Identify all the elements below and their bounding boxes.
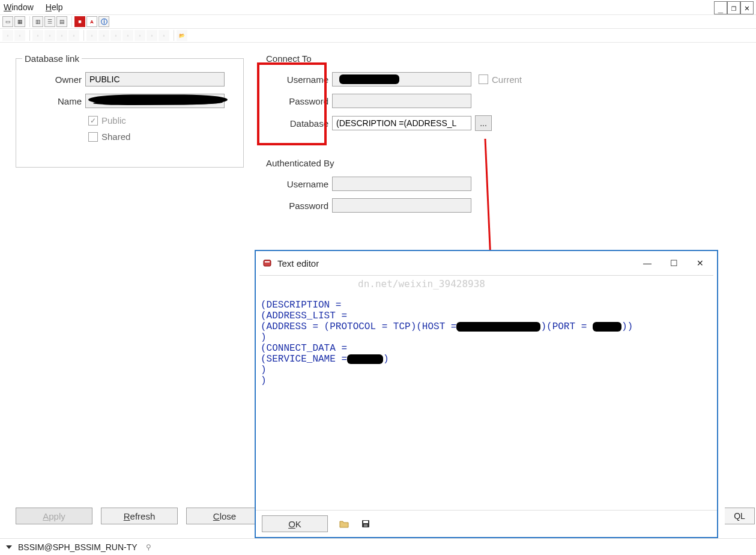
current-checkbox[interactable]	[479, 74, 488, 84]
connect-password-input[interactable]	[332, 94, 471, 108]
toolbar-icon[interactable]: ▫	[32, 30, 43, 41]
dropdown-arrow-icon[interactable]	[6, 545, 12, 549]
public-label: Public	[101, 115, 126, 126]
menu-help[interactable]: Help	[46, 2, 63, 12]
connect-username-label: Username	[264, 74, 332, 85]
svg-rect-2	[265, 261, 270, 262]
connect-to-group: Connect To Username Current Password Dat…	[257, 53, 552, 150]
current-label: Current	[492, 74, 522, 85]
svg-rect-4	[363, 521, 368, 523]
dialog-ok-button[interactable]: OK	[262, 515, 328, 532]
auth-password-input[interactable]	[332, 198, 471, 213]
connect-database-input[interactable]	[332, 116, 471, 130]
name-label: Name	[22, 96, 85, 106]
database-link-group: Database link Owner Name ✓ Public Shared	[16, 53, 244, 168]
owner-input[interactable]	[85, 72, 225, 86]
authenticated-by-group: Authenticated By Username Password	[257, 158, 552, 230]
toolbar-icon[interactable]: ☰	[44, 16, 55, 27]
dialog-close-button[interactable]: ✕	[689, 256, 711, 270]
apply-button[interactable]: Apply	[16, 508, 92, 524]
database-link-legend: Database link	[22, 53, 82, 64]
toolbar-icon[interactable]: ▤	[56, 16, 67, 27]
toolbar-icon[interactable]: ▫	[44, 30, 55, 41]
connect-password-label: Password	[264, 96, 332, 106]
oracle-icon[interactable]: ■	[74, 16, 85, 27]
toolbar-icon[interactable]: ▦	[14, 16, 25, 27]
auth-username-input[interactable]	[332, 177, 471, 191]
toolbar-icon[interactable]: ▫	[147, 30, 157, 41]
open-file-icon[interactable]	[339, 518, 349, 529]
window-close-button[interactable]: ✕	[740, 1, 754, 14]
dialog-title: Text editor	[277, 258, 632, 268]
window-minimize-button[interactable]: _	[714, 1, 727, 14]
dialog-maximize-button[interactable]: ☐	[663, 256, 685, 270]
authenticated-by-legend: Authenticated By	[264, 158, 336, 168]
owner-label: Owner	[22, 74, 85, 85]
text-editor-icon	[262, 258, 273, 268]
dialog-title-bar: Text editor — ☐ ✕	[256, 251, 717, 275]
toolbar-icon[interactable]: ▫	[135, 30, 145, 41]
menu-bar: Window Help	[0, 0, 756, 15]
auth-username-label: Username	[264, 179, 332, 189]
toolbar-icon[interactable]: ▫	[2, 30, 13, 41]
toolbar-icon[interactable]: ▫	[159, 30, 169, 41]
text-editor-dialog: Text editor — ☐ ✕ dn.net/weixin_39428938…	[255, 250, 718, 538]
ql-button[interactable]: QL	[725, 508, 755, 524]
toolbar-icon[interactable]: ▫	[110, 30, 121, 41]
status-text: BSSIM@SPH_BSSIM_RUN-TY	[18, 542, 138, 552]
dialog-minimize-button[interactable]: —	[637, 256, 658, 270]
auth-password-label: Password	[264, 201, 332, 211]
shared-checkbox[interactable]	[88, 132, 98, 142]
watermark-text: dn.net/weixin_39428938	[358, 278, 485, 290]
connect-database-label: Database	[264, 118, 332, 129]
pin-icon[interactable]: ⚲	[146, 543, 151, 551]
pdf-icon[interactable]: A	[86, 16, 97, 27]
text-editor-body[interactable]: dn.net/weixin_39428938 (DESCRIPTION = (A…	[256, 276, 717, 510]
close-button[interactable]: Close	[186, 508, 263, 524]
menu-window[interactable]: Window	[4, 2, 34, 12]
toolbar-icon[interactable]: ▫	[56, 30, 67, 41]
toolbar-icon[interactable]: ▫	[122, 30, 133, 41]
bottom-button-bar: Apply Refresh Close	[16, 508, 263, 524]
toolbar-icon[interactable]: ▥	[32, 16, 43, 27]
public-checkbox[interactable]: ✓	[88, 116, 98, 126]
svg-rect-1	[264, 260, 271, 266]
database-browse-button[interactable]: ...	[475, 115, 492, 131]
save-icon[interactable]	[360, 518, 371, 529]
svg-rect-5	[364, 524, 367, 527]
toolbar-icon[interactable]: ▫	[68, 30, 79, 41]
toolbar-secondary: ▫ ▫ ▫ ▫ ▫ ▫ ▫ ▫ ▫ ▫ ▫ ▫ ▫ 📂	[0, 29, 756, 43]
status-bar: BSSIM@SPH_BSSIM_RUN-TY ⚲	[0, 538, 756, 555]
toolbar-icon[interactable]: ▫	[86, 30, 97, 41]
connect-to-legend: Connect To	[264, 53, 314, 64]
window-maximize-button[interactable]: ❐	[727, 1, 740, 14]
toolbar-open-icon[interactable]: 📂	[177, 30, 187, 41]
toolbar-icon[interactable]: ▭	[2, 16, 13, 27]
dialog-footer: OK	[256, 510, 717, 537]
refresh-button[interactable]: Refresh	[101, 508, 178, 524]
toolbar-primary: ▭ ▦ ▥ ☰ ▤ ■ A ⓘ	[0, 15, 756, 29]
window-controls: _ ❐ ✕	[714, 1, 754, 14]
shared-label: Shared	[101, 132, 130, 142]
toolbar-icon[interactable]: ▫	[14, 30, 25, 41]
toolbar-icon[interactable]: ▫	[98, 30, 109, 41]
info-icon[interactable]: ⓘ	[98, 16, 109, 27]
